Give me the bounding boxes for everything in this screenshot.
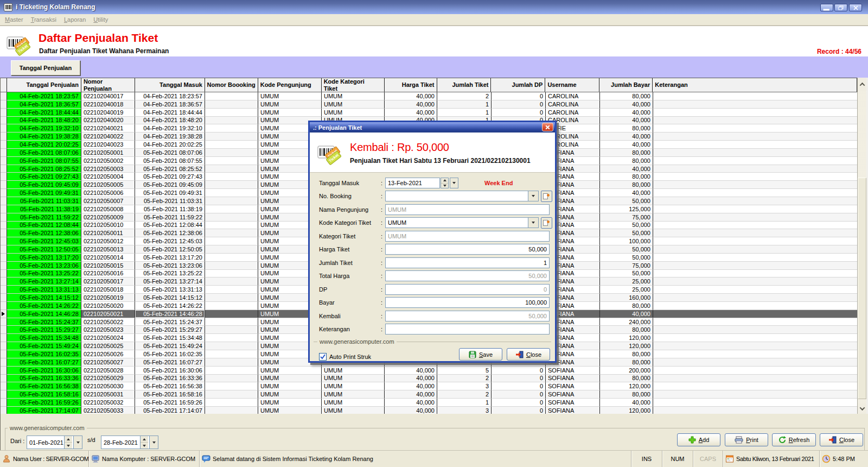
- grid-header-row: Tanggal PenjualanNomor PenjualanTanggal …: [1, 78, 857, 92]
- column-header[interactable]: Nomor Penjualan: [81, 78, 135, 92]
- table-row[interactable]: 04-Feb-2021 18:36:5702210204001804-Feb-2…: [1, 100, 857, 109]
- column-header[interactable]: Jumlah Tiket: [437, 78, 492, 92]
- menu-utility[interactable]: Utility: [93, 16, 108, 23]
- date-to-dropdown-icon[interactable]: [149, 436, 158, 449]
- cell-nomor-booking: [205, 100, 258, 109]
- date-to-value[interactable]: 28-Feb-2021: [101, 436, 140, 449]
- cell-kode-kategori-tiket: UMUM: [322, 100, 385, 109]
- table-row[interactable]: 05-Feb-2021 16:30:0602210205002805-Feb-2…: [1, 367, 857, 375]
- dialog-close-icon[interactable]: [542, 123, 553, 131]
- table-row[interactable]: 05-Feb-2021 17:14:0702210205003305-Feb-2…: [1, 407, 857, 414]
- field-input-jumlah-tiket[interactable]: 1: [385, 257, 550, 268]
- cell-nomor-penjualan: 022102040017: [81, 92, 135, 100]
- add-button[interactable]: Add: [677, 433, 720, 446]
- row-indicator-cell: [1, 173, 7, 181]
- new-item-button[interactable]: [541, 191, 552, 202]
- menu-master[interactable]: Master: [5, 16, 23, 23]
- combo-dropdown-icon[interactable]: [528, 217, 539, 228]
- cell-nomor-booking: [205, 149, 258, 157]
- cell-nomor-penjualan: 022102050006: [81, 189, 135, 197]
- date-from-dropdown-icon[interactable]: [73, 436, 82, 449]
- cell-nomor-penjualan: 022102050021: [81, 310, 135, 318]
- field-input-bayar[interactable]: 100,000: [385, 297, 550, 308]
- cell-jumlah-bayar: 120,000: [600, 407, 653, 414]
- column-header[interactable]: Tanggal Masuk: [135, 78, 205, 92]
- cell-kode-pengunjung: UMUM: [258, 375, 322, 383]
- cell-nomor-booking: [205, 277, 258, 286]
- date-to-picker[interactable]: 28-Feb-2021: [101, 436, 158, 449]
- column-header[interactable]: Jumlah DP: [491, 78, 545, 92]
- field-colon: :: [381, 313, 382, 319]
- combo-dropdown-icon[interactable]: [528, 191, 539, 201]
- date-from-value[interactable]: 01-Feb-2021: [27, 436, 64, 449]
- date-from-spinner[interactable]: [64, 436, 72, 449]
- ticket-logo-icon: Ticket Ticket: [6, 30, 33, 56]
- scrollbar-thumb[interactable]: [858, 178, 866, 399]
- minimize-button[interactable]: [820, 4, 833, 11]
- column-header[interactable]: Nomor Boooking: [205, 78, 258, 92]
- row-indicator-cell: [1, 132, 7, 141]
- tanggal-masuk-input[interactable]: 13-Feb-2021: [385, 178, 440, 188]
- table-row[interactable]: 05-Feb-2021 16:33:3602210205002905-Feb-2…: [1, 375, 857, 383]
- table-row[interactable]: 05-Feb-2021 16:59:2602210205003205-Feb-2…: [1, 399, 857, 407]
- cell-tanggal-masuk: 05-Feb-2021 12:08:44: [135, 222, 205, 230]
- cell-nomor-penjualan: 022102040019: [81, 109, 135, 117]
- new-item-button[interactable]: [541, 217, 552, 229]
- auto-print-checkbox[interactable]: [319, 353, 327, 361]
- cell-tanggal-penjualan: 05-Feb-2021 15:29:27: [7, 326, 81, 334]
- cell-tanggal-masuk: 05-Feb-2021 16:56:38: [135, 382, 205, 390]
- cell-tanggal-masuk: 05-Feb-2021 15:34:48: [135, 334, 205, 342]
- field-input-nama-pengunjung[interactable]: UMUM: [385, 204, 550, 215]
- refresh-button[interactable]: Refresh: [772, 433, 816, 446]
- vertical-scrollbar[interactable]: [857, 78, 866, 414]
- field-input-kembali[interactable]: 50,000: [385, 311, 550, 321]
- menu-laporan[interactable]: Laporan: [64, 16, 86, 23]
- status-date-panel: Sabtu Kliwon, 13 Februari 2021: [723, 451, 820, 467]
- combo-input[interactable]: [385, 191, 539, 201]
- date-to-spinner[interactable]: [140, 436, 148, 449]
- field-input-dp[interactable]: 0: [385, 284, 550, 295]
- cell-tanggal-masuk: 05-Feb-2021 11:38:19: [135, 205, 205, 213]
- field-input-keterangan[interactable]: [385, 324, 550, 335]
- column-header[interactable]: Jumlah Bayar: [599, 78, 653, 92]
- field-input-harga-tiket[interactable]: 50,000: [385, 244, 550, 255]
- status-computer-text: Nama Komputer : SERVER-GCOM: [102, 456, 195, 462]
- row-indicator-cell: [1, 189, 7, 197]
- cell-kode-pengunjung: UMUM: [258, 367, 322, 375]
- print-button[interactable]: Print: [725, 433, 768, 446]
- penjualan-tiket-dialog: .: Penjualan Tiket Ticket Ticket Kembali…: [308, 121, 557, 363]
- cell-keterangan: [653, 132, 857, 141]
- column-header[interactable]: Harga Tiket: [385, 78, 437, 92]
- cell-jumlah-bayar: 40,000: [600, 399, 653, 407]
- scroll-up-button[interactable]: [858, 78, 866, 91]
- cell-kode-pengunjung: UMUM: [258, 109, 322, 117]
- table-row[interactable]: 04-Feb-2021 18:44:4402210204001904-Feb-2…: [1, 109, 857, 117]
- dialog-close-button[interactable]: Close: [507, 348, 550, 361]
- menu-transaksi[interactable]: Transaksi: [31, 16, 56, 23]
- save-button[interactable]: Save: [459, 348, 502, 361]
- tanggal-masuk-dropdown[interactable]: [450, 178, 458, 188]
- table-row[interactable]: 04-Feb-2021 18:23:5702210204001704-Feb-2…: [1, 92, 857, 100]
- close-button[interactable]: Close: [820, 433, 863, 446]
- date-from-picker[interactable]: 01-Feb-2021: [27, 436, 82, 449]
- table-row[interactable]: 05-Feb-2021 16:58:1602210205003105-Feb-2…: [1, 390, 857, 399]
- row-indicator-cell: [1, 205, 7, 213]
- tab-tanggal-penjualan[interactable]: Tanggal Penjualan: [11, 60, 80, 75]
- column-header[interactable]: Tanggal Penjualan: [7, 78, 81, 92]
- field-input-kategori-tiket[interactable]: UMUM: [385, 231, 550, 242]
- cell-jumlah-tiket: 1: [437, 109, 492, 117]
- column-header[interactable]: Username: [545, 78, 599, 92]
- column-header[interactable]: Keterangan: [653, 78, 857, 92]
- scroll-down-button[interactable]: [858, 403, 866, 414]
- column-header[interactable]: Kode Kategori Tiket: [322, 78, 385, 92]
- cell-nomor-booking: [205, 382, 258, 390]
- cell-tanggal-masuk: 05-Feb-2021 09:49:31: [135, 189, 205, 197]
- restore-button[interactable]: [834, 4, 847, 11]
- tanggal-masuk-spinner[interactable]: [441, 178, 449, 188]
- field-input-total-harga[interactable]: 50,000: [385, 270, 550, 281]
- table-row[interactable]: 05-Feb-2021 16:56:3802210205003005-Feb-2…: [1, 382, 857, 390]
- column-header[interactable]: Kode Pengunjung: [258, 78, 322, 92]
- combo-input[interactable]: UMUM: [385, 217, 539, 228]
- cell-username: SOFIANA: [546, 407, 600, 414]
- close-window-button[interactable]: [849, 4, 862, 11]
